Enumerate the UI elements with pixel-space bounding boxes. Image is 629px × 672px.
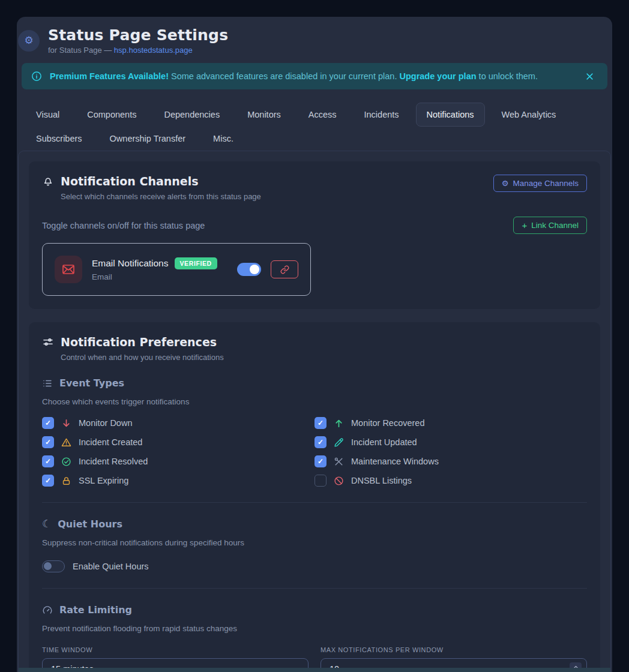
event-type-row: ✓Maintenance Windows <box>314 455 587 467</box>
ban-icon <box>334 476 344 486</box>
channels-heading-block: Notification Channels Select which chann… <box>42 175 261 201</box>
bell-icon <box>42 175 54 187</box>
info-icon <box>31 71 42 82</box>
banner-message: Premium Features Available! Some advance… <box>50 71 538 81</box>
channel-link-button[interactable] <box>271 260 298 278</box>
quiet-hours-row: Enable Quiet Hours <box>42 560 587 572</box>
envelope-icon <box>61 262 76 277</box>
page-subtitle: for Status Page — hsp.hostedstatus.page <box>48 46 228 55</box>
notification-preferences-card: Notification Preferences Control when an… <box>29 322 600 672</box>
close-icon <box>585 72 594 81</box>
email-channel-tile <box>55 256 82 283</box>
quiet-hours-toggle[interactable] <box>42 560 65 572</box>
tools-icon <box>334 457 344 467</box>
banner-body: Some advanced features are disabled in y… <box>171 71 397 81</box>
manage-channels-button[interactable]: ⚙ Manage Channels <box>493 175 587 192</box>
email-channel-toggle[interactable] <box>237 263 261 276</box>
channel-controls <box>237 260 298 278</box>
channel-name: Email Notifications <box>92 258 169 269</box>
chain-link-icon <box>280 265 289 274</box>
event-type-row: ✓Monitor Down <box>42 417 314 429</box>
rate-limiting-heading: Rate Limiting <box>42 604 587 616</box>
banner-title: Premium Features Available! <box>50 71 169 81</box>
event-checkbox[interactable]: ✓ <box>42 475 54 487</box>
check-circle-icon <box>61 457 71 467</box>
tab-web-analytics[interactable]: Web Analytics <box>491 103 567 127</box>
event-label: Monitor Recovered <box>351 418 425 428</box>
event-label: Monitor Down <box>79 418 132 428</box>
settings-window: ⚙ Status Page Settings for Status Page —… <box>17 17 612 672</box>
notification-channels-card: Notification Channels Select which chann… <box>29 161 600 309</box>
max-notifications-label: MAX NOTIFICATIONS PER WINDOW <box>321 646 587 653</box>
manage-channels-label: Manage Channels <box>513 179 579 188</box>
event-types-grid: ✓Monitor Down✓Monitor Recovered✓Incident… <box>42 417 587 487</box>
tab-subscribers[interactable]: Subscribers <box>25 127 93 151</box>
quiet-hours-description: Suppress non-critical notifications duri… <box>42 538 587 547</box>
list-icon <box>42 378 53 389</box>
event-type-row: ✓Incident Updated <box>314 436 587 448</box>
event-checkbox[interactable]: ✓ <box>314 455 327 467</box>
notifications-tab-panel: Notification Channels Select which chann… <box>18 151 611 672</box>
channels-subtitle: Select which channels receive alerts fro… <box>61 192 261 201</box>
warning-icon <box>61 437 71 448</box>
banner-close-button[interactable] <box>583 70 597 83</box>
event-label: Incident Created <box>79 437 142 447</box>
preferences-subtitle: Control when and how you receive notific… <box>61 353 224 362</box>
channels-title: Notification Channels <box>61 175 199 188</box>
email-channel-info: Email Notifications VERIFIED Email <box>92 257 217 281</box>
settings-avatar: ⚙ <box>18 30 40 52</box>
tab-misc[interactable]: Misc. <box>202 127 244 151</box>
event-type-row: ✓SSL Expiring <box>42 475 314 487</box>
preferences-heading-block: Notification Preferences Control when an… <box>42 335 224 362</box>
event-label: SSL Expiring <box>79 476 128 485</box>
arrow-up-icon <box>334 418 344 428</box>
gauge-icon <box>42 605 53 616</box>
tab-components[interactable]: Components <box>76 103 147 127</box>
rate-limiting-title: Rate Limiting <box>59 604 132 616</box>
page-title: Status Page Settings <box>48 26 228 44</box>
event-label: Incident Resolved <box>79 457 148 466</box>
gear-icon: ⚙ <box>24 35 33 46</box>
rate-limiting-description: Prevent notification flooding from rapid… <box>42 624 587 633</box>
tab-ownership-transfer[interactable]: Ownership Transfer <box>99 127 197 151</box>
event-types-title: Event Types <box>59 377 124 389</box>
banner-suffix: to unlock them. <box>479 71 538 81</box>
page-header: ⚙ Status Page Settings for Status Page —… <box>17 24 612 55</box>
event-checkbox[interactable]: ✓ <box>42 436 54 448</box>
event-label: Incident Updated <box>351 437 417 447</box>
tab-monitors[interactable]: Monitors <box>236 103 292 127</box>
upgrade-plan-link[interactable]: Upgrade your plan <box>399 71 476 81</box>
time-window-label: TIME WINDOW <box>42 646 308 653</box>
preferences-title: Notification Preferences <box>61 335 217 349</box>
event-type-row: ✓Incident Resolved <box>42 455 314 467</box>
tab-incidents[interactable]: Incidents <box>354 103 410 127</box>
event-checkbox[interactable]: ✓ <box>314 417 327 429</box>
quiet-hours-toggle-label: Enable Quiet Hours <box>73 562 149 571</box>
event-checkbox[interactable]: ✓ <box>42 417 54 429</box>
link-channel-button[interactable]: + Link Channel <box>513 217 587 234</box>
sliders-icon <box>42 336 54 348</box>
event-types-heading: Event Types <box>42 377 587 389</box>
lock-icon <box>61 476 71 486</box>
verified-badge: VERIFIED <box>175 257 217 269</box>
event-types-description: Choose which events trigger notification… <box>42 397 587 406</box>
status-page-link[interactable]: hsp.hostedstatus.page <box>114 46 193 55</box>
quiet-hours-title: Quiet Hours <box>58 518 122 530</box>
event-type-row: DNSBL Listings <box>314 475 587 487</box>
arrow-down-icon <box>61 418 71 428</box>
tab-visual[interactable]: Visual <box>25 103 70 127</box>
event-checkbox[interactable]: ✓ <box>42 455 54 467</box>
event-label: Maintenance Windows <box>351 457 439 466</box>
plus-icon: + <box>522 221 527 230</box>
tab-access[interactable]: Access <box>298 103 348 127</box>
section-divider <box>42 588 587 589</box>
event-label: DNSBL Listings <box>351 476 412 485</box>
tab-dependencies[interactable]: Dependencies <box>153 103 230 127</box>
settings-tabs: VisualComponentsDependenciesMonitorsAcce… <box>17 103 612 151</box>
moon-icon: ☾ <box>42 519 51 529</box>
tab-notifications[interactable]: Notifications <box>416 103 485 127</box>
event-checkbox[interactable] <box>314 475 327 487</box>
event-checkbox[interactable]: ✓ <box>314 436 327 448</box>
page-header-text: Status Page Settings for Status Page — h… <box>48 26 228 55</box>
partially-visible-element <box>19 668 610 672</box>
